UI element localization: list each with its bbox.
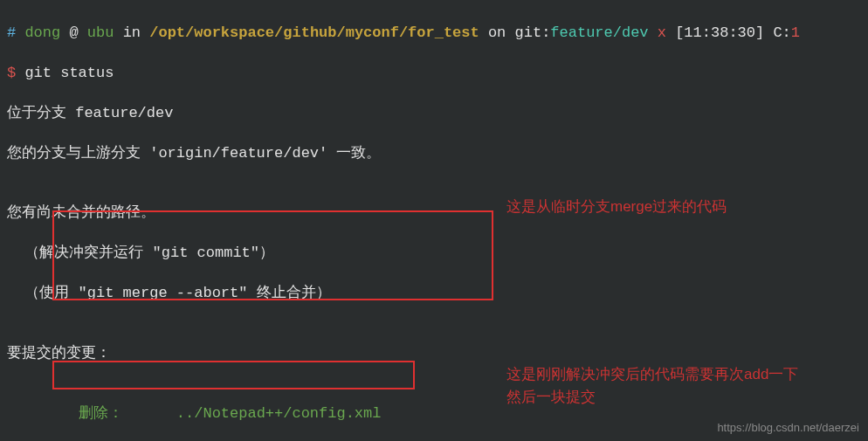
- prompt-line-2[interactable]: $ git status: [7, 64, 861, 84]
- prompt-line-1: # dong @ ubu in /opt/workspace/github/my…: [7, 24, 861, 44]
- command-text: git status: [24, 65, 114, 81]
- status-upstream: 您的分支与上游分支 'origin/feature/dev' 一致。: [7, 144, 861, 164]
- hint-abort: （使用 "git merge --abort" 终止合并）: [7, 284, 861, 304]
- changes-header: 要提交的变更：: [7, 344, 861, 364]
- prompt-on: on: [488, 24, 506, 41]
- prompt-path: /opt/workspace/github/myconf/for_test: [149, 24, 479, 41]
- prompt-x: x: [658, 24, 666, 41]
- unmerged-paths-header: 您有尚未合并的路径。: [7, 203, 861, 224]
- upstream-name: origin/feature/dev: [158, 145, 319, 162]
- prompt-time: [11:38:30]: [675, 24, 764, 41]
- prompt-hash: #: [7, 24, 16, 41]
- prompt-git-label: git:: [515, 24, 551, 41]
- prompt-c-label: C:: [773, 24, 790, 41]
- status-branch: 位于分支 feature/dev: [7, 104, 861, 124]
- prompt-in: in: [123, 24, 141, 41]
- prompt-dollar: $: [7, 65, 16, 81]
- prompt-branch: feature/dev: [550, 24, 648, 41]
- upstream-prefix: 您的分支与上游分支 ': [7, 145, 158, 162]
- prompt-user: dong: [24, 24, 60, 41]
- upstream-suffix: ' 一致。: [319, 145, 381, 162]
- prompt-c-num: 1: [791, 24, 800, 41]
- prompt-host: ubu: [87, 24, 114, 41]
- prompt-at: @: [69, 24, 78, 41]
- hint-commit: （解决冲突并运行 "git commit"）: [7, 244, 861, 264]
- watermark-url: https://blog.csdn.net/daerzei: [717, 420, 859, 436]
- annotation-merge-code: 这是从临时分支merge过来的代码: [506, 196, 727, 218]
- annotation-conflict-code: 这是刚刚解决冲突后的代码需要再次add一下然后一块提交: [506, 363, 798, 408]
